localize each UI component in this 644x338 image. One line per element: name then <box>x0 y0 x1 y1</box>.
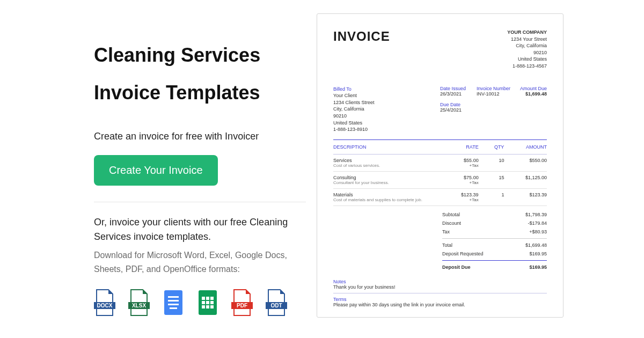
tax-value: +$80.93 <box>529 229 547 234</box>
date-issued: 26/3/2021 <box>440 91 467 97</box>
label-date-issued: Date Issued <box>440 86 467 91</box>
subtotal-value: $1,798.39 <box>525 212 547 217</box>
label-total: Total <box>442 243 452 248</box>
company-zip: 90210 <box>507 49 547 56</box>
item-amount: $550.00 <box>504 154 547 171</box>
invoice-number: INV-10012 <box>477 91 510 97</box>
item-tax: +Tax <box>444 163 479 168</box>
client-name: Your Client <box>333 92 375 99</box>
item-sub: Cost of materials and supplies to comple… <box>333 197 444 202</box>
svg-text:ODT: ODT <box>270 303 282 308</box>
invoice-heading: INVOICE <box>333 29 390 70</box>
item-rate: $75.00 <box>444 175 479 180</box>
company-block: YOUR COMPANY 1234 Your Street City, Cali… <box>507 29 547 70</box>
item-amount: $1,125.00 <box>504 171 547 188</box>
item-name: Consulting <box>333 175 444 180</box>
line-items-table: DESCRIPTION RATE QTY AMOUNT ServicesCost… <box>333 139 547 206</box>
pdf-icon[interactable]: PDF <box>231 289 253 316</box>
item-tax: +Tax <box>444 197 479 202</box>
table-row: ServicesCost of various services. $55.00… <box>333 154 547 171</box>
create-invoice-button[interactable]: Create Your Invoice <box>94 155 218 186</box>
svg-text:PDF: PDF <box>237 303 247 308</box>
col-qty: QTY <box>479 139 504 154</box>
company-street: 1234 Your Street <box>507 36 547 43</box>
item-rate: $55.00 <box>444 158 479 163</box>
total-value: $1,699.48 <box>525 243 547 248</box>
google-docs-icon[interactable] <box>163 289 184 316</box>
invoice-document: INVOICE YOUR COMPANY 1234 Your Street Ci… <box>317 13 564 318</box>
page-title: Cleaning Services Invoice Templates <box>94 36 306 112</box>
alt-text: Or, invoice your clients with our free C… <box>94 215 306 244</box>
item-tax: +Tax <box>444 180 479 185</box>
client-zip: 90210 <box>333 113 375 120</box>
col-amount: AMOUNT <box>504 139 547 154</box>
svg-text:DOCX: DOCX <box>97 303 113 308</box>
label-billed-to: Billed To <box>333 86 375 93</box>
item-qty: 10 <box>479 154 504 171</box>
col-rate: RATE <box>444 139 479 154</box>
divider <box>94 202 306 202</box>
item-name: Services <box>333 158 444 163</box>
due-date: 25/4/2021 <box>440 107 467 113</box>
table-row: MaterialsCost of materials and supplies … <box>333 188 547 205</box>
label-deposit-req: Deposit Requested <box>442 251 484 256</box>
invoice-preview-container: INVOICE YOUR COMPANY 1234 Your Street Ci… <box>317 13 623 325</box>
client-phone: 1-888-123-8910 <box>333 126 375 133</box>
google-sheets-icon[interactable] <box>197 289 218 316</box>
deposit-req-value: $169.95 <box>529 251 547 256</box>
label-discount: Discount <box>442 221 461 226</box>
company-country: United States <box>507 56 547 63</box>
svg-text:XLSX: XLSX <box>132 303 146 308</box>
item-rate: $123.39 <box>444 192 479 197</box>
notes-block: Notes Thank you for your business! Terms… <box>333 279 547 307</box>
client-street: 1234 Clients Street <box>333 99 375 106</box>
download-formats-text: Download for Microsoft Word, Excel, Goog… <box>94 248 306 276</box>
docx-icon[interactable]: DOCX <box>94 289 115 316</box>
label-subtotal: Subtotal <box>442 212 460 217</box>
subtitle: Create an invoice for free with Invoicer <box>94 131 306 142</box>
label-terms: Terms <box>333 297 547 302</box>
terms-text: Please pay within 30 days using the link… <box>333 302 547 307</box>
item-qty: 1 <box>479 188 504 205</box>
amount-due: $1,699.48 <box>520 91 547 97</box>
client-city: City, California <box>333 106 375 113</box>
label-notes: Notes <box>333 279 547 284</box>
label-invoice-number: Invoice Number <box>477 86 510 91</box>
company-city: City, California <box>507 42 547 49</box>
label-tax: Tax <box>442 229 450 234</box>
deposit-due-value: $169.95 <box>529 264 547 270</box>
hero-section: Cleaning Services Invoice Templates Crea… <box>94 13 306 325</box>
company-name: YOUR COMPANY <box>507 30 547 35</box>
item-amount: $123.39 <box>504 188 547 205</box>
discount-value: -$179.84 <box>528 221 547 226</box>
label-deposit-due: Deposit Due <box>442 264 471 270</box>
notes-text: Thank you for your business! <box>333 284 547 290</box>
item-name: Materials <box>333 192 444 197</box>
billed-to-block: Billed To Your Client 1234 Clients Stree… <box>333 86 375 133</box>
col-description: DESCRIPTION <box>333 139 444 154</box>
item-qty: 15 <box>479 171 504 188</box>
totals-block: Subtotal$1,798.39 Discount-$179.84 Tax+$… <box>333 210 547 271</box>
company-phone: 1-888-123-4567 <box>507 63 547 70</box>
item-sub: Consultant for your business. <box>333 180 444 185</box>
table-row: ConsultingConsultant for your business. … <box>333 171 547 188</box>
client-country: United States <box>333 120 375 127</box>
item-sub: Cost of various services. <box>333 163 444 168</box>
label-due-date: Due Date <box>440 102 467 107</box>
xlsx-icon[interactable]: XLSX <box>128 289 150 316</box>
label-amount-due: Amount Due <box>520 86 547 91</box>
odt-icon[interactable]: ODT <box>266 289 287 316</box>
format-icons-row: DOCX XLSX PDF ODT <box>94 289 306 316</box>
